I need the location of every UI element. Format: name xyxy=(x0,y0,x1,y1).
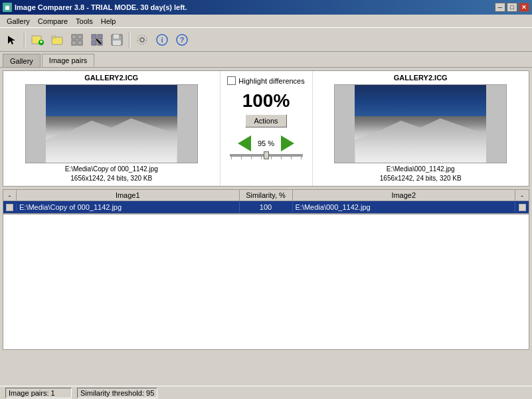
svg-rect-16 xyxy=(113,40,121,45)
left-image-info: E:\Media\Copy of 000_1142.jpg 1656x1242,… xyxy=(65,165,158,183)
open-gallery-button[interactable] xyxy=(48,31,66,49)
app-icon: ▣ xyxy=(3,3,12,12)
left-gray-panel xyxy=(26,85,46,163)
right-image-info: E:\Media\000_1142.jpg 1656x1242, 24 bits… xyxy=(380,165,462,183)
status-bar: Image pairs: 1 Similarity threshold: 95 xyxy=(0,386,532,399)
tick7 xyxy=(291,157,292,159)
svg-rect-12 xyxy=(92,40,96,45)
main-content: GALLERY2.ICG E:\Media\Copy of 000_1142.j… xyxy=(0,68,532,399)
right-mountain-image xyxy=(355,85,486,163)
nav-row: 95 % xyxy=(235,135,297,151)
empty-area xyxy=(3,214,529,350)
td-image1: E:\Media\Copy of 000_1142.jpg xyxy=(17,202,240,212)
svg-rect-6 xyxy=(72,35,76,39)
tab-image-pairs[interactable]: Image pairs xyxy=(42,54,94,67)
tick3 xyxy=(251,157,252,159)
tabs-bar: Gallery Image pairs xyxy=(0,52,532,68)
right-image-display xyxy=(334,84,507,163)
menu-compare[interactable]: Compare xyxy=(34,16,72,27)
toolbar-sep2 xyxy=(129,32,130,48)
close-button[interactable]: ✕ xyxy=(519,3,529,12)
prev-arrow-icon xyxy=(238,135,251,151)
svg-text:?: ? xyxy=(180,36,185,44)
th-minus2: - xyxy=(515,190,529,200)
svg-text:i: i xyxy=(161,36,163,44)
next-arrow-icon xyxy=(281,135,294,151)
menu-tools[interactable]: Tools xyxy=(72,16,97,27)
export-button[interactable] xyxy=(88,31,106,49)
tab-gallery[interactable]: Gallery xyxy=(3,54,41,67)
window-title: Image Comparer 3.8 - TRIAL MODE. 30 day(… xyxy=(15,3,187,11)
scan-button[interactable] xyxy=(68,31,86,49)
row-checkbox1[interactable] xyxy=(6,204,13,211)
right-image-panel: GALLERY2.ICG E:\Media\000_1142.jpg 1656x… xyxy=(313,71,529,186)
image-pairs-area: GALLERY2.ICG E:\Media\Copy of 000_1142.j… xyxy=(3,70,529,187)
add-gallery-button[interactable] xyxy=(28,31,46,49)
svg-rect-4 xyxy=(52,37,62,44)
threshold-status: Similarity threshold: 95 xyxy=(77,388,157,398)
menu-gallery[interactable]: Gallery xyxy=(3,16,34,27)
svg-point-18 xyxy=(137,35,147,44)
help-button[interactable]: ? xyxy=(173,31,191,49)
similarity-slider[interactable] xyxy=(230,154,303,159)
title-bar: ▣ Image Comparer 3.8 - TRIAL MODE. 30 da… xyxy=(0,0,532,15)
tick2 xyxy=(241,157,242,159)
left-image-display xyxy=(25,84,198,163)
prev-button[interactable] xyxy=(235,135,254,151)
save-button[interactable] xyxy=(108,31,126,49)
th-image1: Image1 xyxy=(17,190,240,200)
svg-rect-11 xyxy=(98,35,102,39)
minimize-button[interactable]: ─ xyxy=(495,3,505,12)
left-image-panel: GALLERY2.ICG E:\Media\Copy of 000_1142.j… xyxy=(3,71,220,186)
right-image-path: E:\Media\000_1142.jpg xyxy=(380,165,462,174)
menu-bar: Gallery Compare Tools Help xyxy=(0,15,532,28)
maximize-button[interactable]: □ xyxy=(507,3,517,12)
arrow-tool-button[interactable] xyxy=(3,31,21,49)
info-button[interactable]: i xyxy=(153,31,171,49)
highlight-checkbox[interactable] xyxy=(227,76,236,85)
svg-rect-15 xyxy=(114,35,119,39)
table-row[interactable]: E:\Media\Copy of 000_1142.jpg 100 E:\Med… xyxy=(3,201,529,213)
nav-percentage: 95 % xyxy=(258,139,274,147)
left-image-path: E:\Media\Copy of 000_1142.jpg xyxy=(65,165,158,174)
image-pairs-status: Image pairs: 1 xyxy=(5,388,72,398)
svg-rect-9 xyxy=(78,40,82,45)
svg-rect-7 xyxy=(78,35,82,39)
tick4 xyxy=(261,157,262,159)
right-gray-right xyxy=(486,85,506,163)
slider-thumb[interactable] xyxy=(264,151,269,159)
tick5 xyxy=(271,157,272,159)
th-image2: Image2 xyxy=(293,190,516,200)
left-image-dims: 1656x1242, 24 bits, 320 KB xyxy=(65,174,158,183)
next-button[interactable] xyxy=(278,135,297,151)
left-gray-right xyxy=(177,85,197,163)
svg-rect-3 xyxy=(41,40,42,43)
tick1 xyxy=(231,157,232,159)
toolbar-sep1 xyxy=(24,32,25,48)
th-minus1: - xyxy=(3,190,17,200)
tick6 xyxy=(281,157,282,159)
tick8 xyxy=(301,157,302,159)
actions-button[interactable]: Actions xyxy=(245,114,286,127)
menu-help[interactable]: Help xyxy=(97,16,120,27)
results-table: - Image1 Similarity, % Image2 - E:\Media… xyxy=(3,189,529,214)
right-image-title: GALLERY2.ICG xyxy=(394,74,448,82)
td-check1 xyxy=(3,204,17,211)
td-similarity: 100 xyxy=(240,202,293,212)
svg-rect-8 xyxy=(72,40,76,45)
row-checkbox2[interactable] xyxy=(519,204,526,211)
right-image-dims: 1656x1242, 24 bits, 320 KB xyxy=(380,174,462,183)
svg-rect-10 xyxy=(92,35,96,39)
left-mountain-image xyxy=(46,85,177,163)
slider-track xyxy=(230,154,303,157)
left-mountain-snow xyxy=(46,116,177,163)
svg-rect-5 xyxy=(52,36,56,38)
th-similarity: Similarity, % xyxy=(240,190,293,200)
settings-button[interactable] xyxy=(133,31,151,49)
highlight-label: Highlight differences xyxy=(238,77,304,85)
highlight-row: Highlight differences xyxy=(227,76,304,85)
td-image2: E:\Media\000_1142.jpg xyxy=(293,202,516,212)
similarity-percentage: 100% xyxy=(242,90,290,112)
left-image-title: GALLERY2.ICG xyxy=(84,74,138,82)
compare-panel: Highlight differences 100% Actions 95 % xyxy=(220,71,313,186)
